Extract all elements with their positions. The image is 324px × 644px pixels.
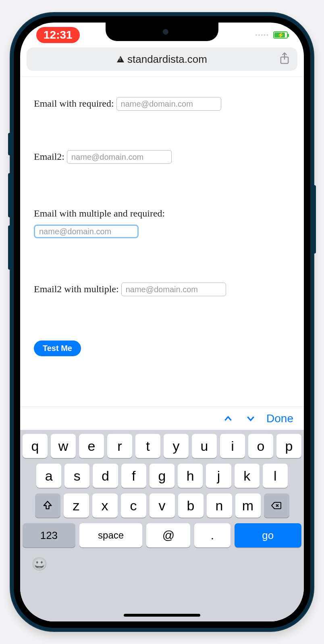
done-button[interactable]: Done (266, 412, 293, 425)
at-key[interactable]: @ (146, 523, 190, 547)
field-label-email-multiple-required: Email with multiple and required: (34, 208, 165, 219)
email-multiple-required-input[interactable] (34, 225, 139, 238)
key-f[interactable]: f (121, 464, 146, 488)
volume-down-button (8, 225, 11, 270)
dot-key[interactable]: . (194, 523, 230, 547)
field-label-email2-multiple: Email2 with multiple: (34, 284, 119, 294)
next-field-button[interactable] (245, 413, 257, 425)
key-o[interactable]: o (248, 434, 273, 458)
field-label-email-required: Email with required: (34, 98, 114, 109)
mute-switch (8, 133, 11, 155)
key-u[interactable]: u (192, 434, 217, 458)
key-z[interactable]: z (64, 493, 89, 518)
prev-field-button[interactable] (222, 413, 234, 425)
key-x[interactable]: x (92, 493, 118, 518)
share-icon[interactable] (279, 52, 290, 66)
key-j[interactable]: j (206, 464, 231, 488)
webpage-content: Email with required: Email2: Email with … (20, 77, 304, 364)
key-i[interactable]: i (220, 434, 245, 458)
field-label-email2: Email2: (34, 151, 64, 162)
key-h[interactable]: h (178, 464, 203, 488)
on-screen-keyboard: q w e r t y u i o p a s d (20, 430, 304, 621)
key-k[interactable]: k (235, 464, 260, 488)
space-key[interactable]: space (79, 523, 143, 547)
key-r[interactable]: r (107, 434, 132, 458)
key-p[interactable]: p (276, 434, 301, 458)
key-c[interactable]: c (121, 493, 146, 518)
key-q[interactable]: q (23, 434, 48, 458)
key-m[interactable]: m (235, 493, 261, 518)
phone-frame: 12:31 ••••• ⚡ standardista.com (10, 12, 314, 632)
email-required-input[interactable] (116, 97, 221, 111)
battery-icon: ⚡ (273, 31, 288, 39)
key-b[interactable]: b (178, 493, 204, 518)
key-y[interactable]: y (164, 434, 189, 458)
key-t[interactable]: t (135, 434, 160, 458)
go-key[interactable]: go (235, 523, 301, 547)
key-s[interactable]: s (64, 464, 89, 488)
not-secure-icon (117, 56, 124, 62)
key-v[interactable]: v (150, 493, 175, 518)
email2-input[interactable] (67, 150, 172, 164)
submit-button[interactable]: Test Me (34, 341, 81, 356)
address-bar-domain: standardista.com (127, 53, 207, 66)
address-bar[interactable]: standardista.com (27, 47, 297, 71)
key-e[interactable]: e (79, 434, 104, 458)
backspace-key[interactable] (264, 493, 289, 518)
key-d[interactable]: d (93, 464, 118, 488)
key-n[interactable]: n (207, 493, 232, 518)
home-indicator[interactable] (124, 614, 200, 617)
key-w[interactable]: w (51, 434, 76, 458)
numbers-key[interactable]: 123 (23, 523, 75, 547)
volume-up-button (8, 173, 11, 217)
key-l[interactable]: l (263, 464, 288, 488)
status-time[interactable]: 12:31 (36, 27, 80, 43)
shift-key[interactable] (35, 493, 60, 518)
keyboard-accessory-bar: Done (20, 407, 304, 430)
cellular-dots-icon: ••••• (255, 32, 269, 38)
emoji-key[interactable]: 😀 (31, 556, 48, 572)
power-button (313, 185, 316, 254)
notch (106, 23, 218, 41)
email2-multiple-input[interactable] (121, 283, 226, 296)
key-a[interactable]: a (36, 464, 61, 488)
key-g[interactable]: g (150, 464, 174, 488)
